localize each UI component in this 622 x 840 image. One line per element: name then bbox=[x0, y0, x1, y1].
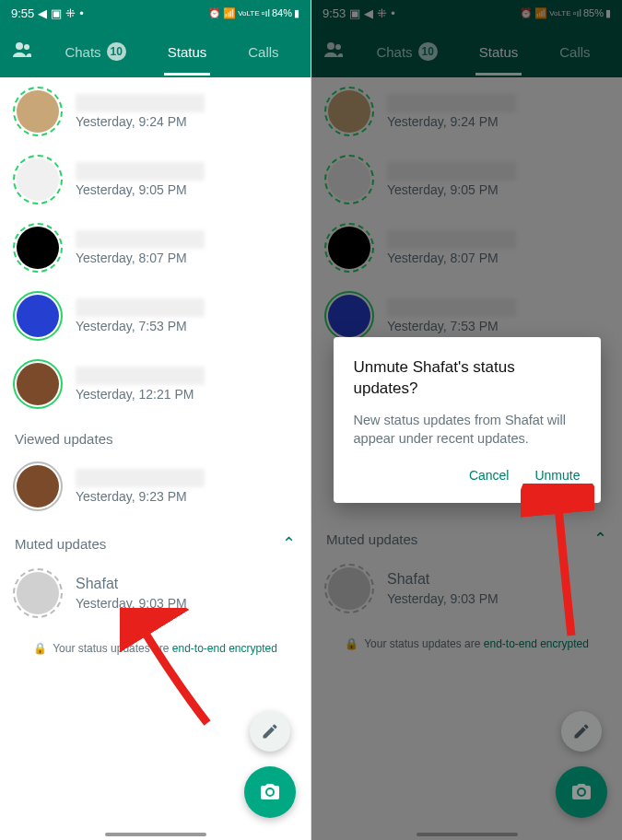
unmute-dialog: Unmute Shafat's status updates? New stat… bbox=[334, 337, 601, 503]
status-item[interactable]: Yesterday, 8:07 PM bbox=[0, 214, 311, 282]
wifi-icon: 📶 bbox=[223, 7, 236, 19]
status-item[interactable]: Yesterday, 9:24 PM bbox=[0, 77, 311, 146]
status-time: Yesterday, 9:05 PM bbox=[76, 182, 298, 197]
status-item[interactable]: Yesterday, 12:21 PM bbox=[0, 350, 311, 418]
status-name bbox=[76, 162, 205, 181]
status-thumbnail bbox=[17, 295, 59, 337]
svg-point-0 bbox=[16, 42, 23, 50]
battery-text: 84% bbox=[272, 7, 292, 18]
lock-icon: 🔒 bbox=[33, 642, 47, 655]
tab-status[interactable]: Status bbox=[164, 28, 211, 76]
status-name bbox=[76, 367, 205, 385]
chevron-up-icon[interactable]: ⌃ bbox=[282, 533, 296, 554]
status-ring bbox=[13, 223, 63, 273]
status-ring bbox=[13, 291, 63, 341]
chats-badge: 10 bbox=[107, 42, 126, 61]
image-icon: ▣ bbox=[51, 6, 62, 20]
edit-fab[interactable] bbox=[250, 711, 290, 752]
status-name bbox=[76, 469, 205, 487]
status-thumbnail bbox=[17, 465, 59, 508]
volte-icon: VoLTE bbox=[238, 9, 259, 18]
dialog-overlay[interactable]: Unmute Shafat's status updates? New stat… bbox=[311, 0, 622, 840]
status-ring bbox=[13, 568, 63, 618]
cancel-button[interactable]: Cancel bbox=[469, 468, 510, 483]
status-name bbox=[76, 298, 205, 317]
unmute-button[interactable]: Unmute bbox=[534, 468, 580, 483]
tab-chats[interactable]: Chats 10 bbox=[61, 28, 130, 76]
svg-point-1 bbox=[24, 44, 29, 50]
muted-updates-header[interactable]: Muted updates ⌃ bbox=[0, 520, 311, 559]
status-thumbnail bbox=[17, 90, 59, 133]
status-thumbnail bbox=[17, 227, 59, 269]
app-header: Chats 10 Status Calls bbox=[0, 26, 311, 77]
status-item[interactable]: Yesterday, 9:23 PM bbox=[0, 452, 311, 520]
signal-icon: ▫ıl bbox=[262, 7, 270, 18]
status-name bbox=[76, 94, 205, 112]
status-time: Yesterday, 12:21 PM bbox=[76, 387, 298, 402]
status-name bbox=[76, 230, 205, 249]
status-thumbnail bbox=[17, 363, 59, 405]
tab-calls[interactable]: Calls bbox=[244, 28, 282, 76]
viewed-updates-header[interactable]: Viewed updates bbox=[0, 418, 311, 452]
status-item[interactable]: Yesterday, 9:05 PM bbox=[0, 146, 311, 214]
status-ring bbox=[13, 359, 63, 409]
community-icon[interactable] bbox=[11, 39, 33, 64]
battery-icon: ▮ bbox=[294, 7, 299, 19]
status-time: Yesterday, 7:53 PM bbox=[76, 319, 298, 333]
home-indicator[interactable] bbox=[105, 833, 206, 836]
encryption-link[interactable]: end-to-end encrypted bbox=[172, 642, 277, 655]
more-icon: • bbox=[79, 6, 84, 20]
encryption-notice: 🔒 Your status updates are end-to-end enc… bbox=[0, 627, 311, 670]
status-time: Yesterday, 8:07 PM bbox=[76, 251, 298, 265]
status-name: Shafat bbox=[76, 576, 205, 594]
telegram-icon: ◀ bbox=[38, 6, 47, 20]
status-time: Yesterday, 9:23 PM bbox=[76, 489, 298, 504]
phone-right: 9:53 ▣ ◀ ⁜ • ⏰ 📶 VoLTE ▫ıl 85% ▮ Chats 1… bbox=[311, 0, 622, 840]
status-item[interactable]: Yesterday, 7:53 PM bbox=[0, 282, 311, 350]
status-ring bbox=[13, 87, 63, 136]
dialog-body: New status updates from Shafat will appe… bbox=[354, 411, 581, 449]
camera-fab[interactable] bbox=[244, 766, 296, 818]
clock: 9:55 bbox=[11, 6, 34, 20]
status-ring bbox=[13, 155, 63, 204]
status-ring bbox=[13, 461, 63, 511]
phone-left: 9:55 ◀ ▣ ⁜ • ⏰ 📶 VoLTE ▫ıl 84% ▮ Chats 1… bbox=[0, 0, 311, 840]
status-item[interactable]: Shafat Yesterday, 9:03 PM bbox=[0, 559, 311, 627]
status-time: Yesterday, 9:24 PM bbox=[76, 114, 298, 129]
slack-icon: ⁜ bbox=[65, 6, 76, 20]
status-time: Yesterday, 9:03 PM bbox=[76, 596, 298, 611]
alarm-icon: ⏰ bbox=[208, 7, 221, 19]
status-bar: 9:55 ◀ ▣ ⁜ • ⏰ 📶 VoLTE ▫ıl 84% ▮ bbox=[0, 0, 311, 26]
dialog-title: Unmute Shafat's status updates? bbox=[354, 357, 581, 400]
status-thumbnail bbox=[17, 572, 59, 614]
status-thumbnail bbox=[17, 158, 59, 201]
